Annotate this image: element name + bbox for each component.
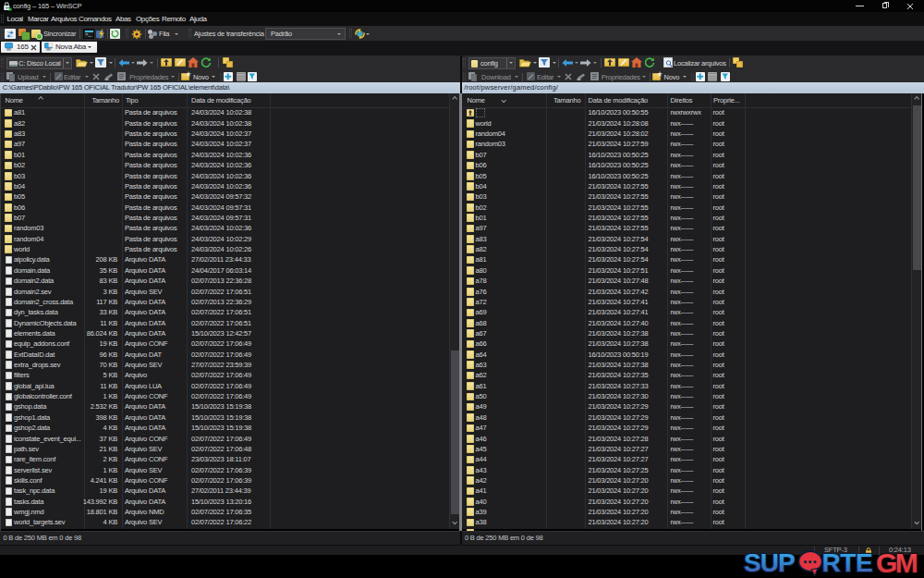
svg-text:GM: GM bbox=[876, 547, 917, 578]
svg-text:RTE: RTE bbox=[822, 548, 873, 577]
svg-text:SUP: SUP bbox=[744, 548, 795, 577]
